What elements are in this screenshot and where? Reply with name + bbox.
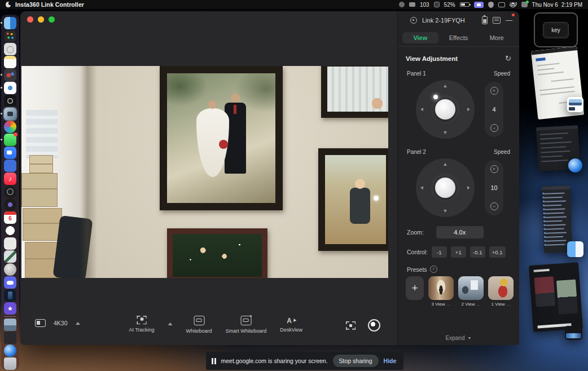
preset-item: 1 View… (488, 276, 514, 307)
dock-icon-photos[interactable] (4, 224, 16, 237)
dock-icon-knob-app[interactable] (4, 263, 16, 276)
top-right-photo-frame (321, 66, 388, 118)
pip-icon[interactable] (35, 319, 46, 327)
dock-icon-messages[interactable] (4, 134, 16, 146)
joystick-right-arrow-icon (467, 108, 470, 111)
tab-more[interactable]: More (479, 32, 515, 43)
status-green-dot-icon[interactable] (521, 2, 528, 7)
dock-icon-device-app[interactable] (4, 289, 16, 302)
deskview-button[interactable]: A DeskView (280, 316, 302, 333)
status-shield-icon[interactable] (488, 2, 494, 8)
status-lock-icon[interactable] (434, 2, 440, 7)
resolution-chevron-up-icon[interactable] (76, 320, 80, 325)
control-minus-0-1-button[interactable]: -0.1 (470, 246, 485, 258)
dock-icon-white-app[interactable] (4, 237, 16, 250)
control-plus-0-1-button[interactable]: +0.1 (489, 246, 506, 258)
camera-video-feed (21, 66, 388, 278)
dock-icon-wave-app[interactable] (4, 43, 16, 55)
zoom-window-button[interactable] (49, 16, 55, 23)
dock-icon-launchpad[interactable] (4, 30, 16, 42)
ai-tracking-chevron-up-icon[interactable] (168, 320, 173, 325)
more-menu-icon[interactable]: — (506, 16, 512, 24)
dock-icon-photo-booth[interactable] (4, 69, 16, 81)
preset-more-icon[interactable]: … (476, 302, 480, 307)
window-preview-news[interactable] (529, 262, 583, 332)
speed-increase-icon[interactable]: + (490, 165, 498, 173)
menubar-app-name[interactable]: Insta360 Link Controller (15, 1, 84, 8)
ai-tracking-icon (137, 316, 147, 324)
speed-decrease-icon[interactable]: − (490, 202, 498, 210)
dock-icon-insta360-link-controller[interactable] (4, 108, 16, 120)
dock-icon-chrome[interactable] (4, 82, 16, 94)
dock-icon-calendar[interactable]: 6 (4, 211, 16, 224)
dock-icon-discord[interactable] (4, 276, 16, 289)
add-preset-button[interactable]: + (406, 276, 424, 300)
panel1-label: Panel 1 (407, 70, 426, 77)
apple-menu-icon[interactable] (6, 2, 11, 7)
smart-whiteboard-button[interactable]: ✦ Smart Whiteboard (226, 316, 267, 334)
dock-minimized-dark-window[interactable] (4, 332, 16, 344)
preset-2-thumbnail[interactable] (458, 276, 484, 300)
preview-app-icon-blue[interactable] (568, 158, 582, 173)
wifi-icon[interactable] (510, 2, 517, 7)
dock-icon-zoom[interactable] (4, 147, 16, 159)
preset-more-icon[interactable]: … (506, 302, 510, 307)
control-minus-1-button[interactable]: -1 (432, 246, 447, 258)
dock-icon-color-circle-app[interactable] (4, 198, 16, 211)
joystick-right-arrow-icon (467, 186, 470, 189)
menubar-clock[interactable]: Thu Nov 6 2:19 PM (532, 2, 582, 8)
panel1-joystick-pad[interactable] (416, 80, 475, 139)
dock-icon-dark-ring-app[interactable] (4, 186, 16, 198)
screen-recording-indicator-icon[interactable] (474, 2, 484, 8)
minimize-window-button[interactable] (38, 16, 44, 23)
speed-decrease-icon[interactable]: − (490, 124, 498, 132)
term-line (540, 142, 571, 144)
status-display-icon[interactable] (498, 2, 505, 7)
record-button[interactable] (368, 319, 380, 332)
tab-view[interactable]: View (402, 32, 438, 43)
hide-banner-link[interactable]: Hide (384, 357, 397, 364)
preset-more-icon[interactable]: … (446, 302, 450, 307)
panel2-speed-label: Speed (494, 149, 510, 155)
switch-camera-icon[interactable] (493, 17, 501, 24)
resolution-selector[interactable]: 4K30 (54, 320, 68, 326)
finder-icon[interactable] (567, 241, 583, 257)
dock-icon-blue-app[interactable] (4, 160, 16, 172)
panel1-joystick-knob[interactable] (435, 99, 455, 120)
dock-icon-finder[interactable] (4, 17, 16, 29)
dock-icon-pinwheel-app[interactable] (4, 121, 16, 133)
ai-tracking-button[interactable]: AI Tracking (129, 316, 155, 333)
zoom-value[interactable]: 4.0x (436, 226, 484, 238)
dock-minimized-blue-app[interactable] (4, 344, 16, 357)
dock-icon-hammer-app[interactable] (4, 250, 16, 263)
close-window-button[interactable] (27, 16, 33, 23)
status-circle-icon[interactable] (399, 2, 405, 7)
presets-info-icon[interactable]: ? (430, 266, 437, 273)
preview-app-icon-dark[interactable] (565, 326, 582, 340)
device-badge-icon[interactable] (409, 2, 415, 7)
speed-increase-icon[interactable]: + (490, 87, 498, 95)
expand-button[interactable]: Expand ▼ (398, 332, 519, 345)
dock-icon-music[interactable]: ♪ (4, 173, 16, 185)
reset-icon[interactable]: ↻ (505, 54, 511, 63)
doc-line (539, 86, 574, 91)
frame-lock-icon[interactable] (346, 321, 356, 330)
whiteboard-button[interactable]: Whiteboard (186, 316, 212, 334)
panel2-joystick-pad[interactable] (416, 158, 475, 217)
panel2-label-row: Panel 2 Speed (398, 139, 519, 157)
battery-icon[interactable] (460, 2, 469, 7)
dock-icon-trash[interactable] (4, 357, 16, 370)
dock-minimized-photo-window[interactable] (4, 319, 16, 331)
dock-icon-notes[interactable] (4, 56, 16, 68)
panel2-joystick-knob[interactable] (435, 178, 455, 198)
control-plus-1-button[interactable]: +1 (451, 246, 466, 258)
dock-icon-gear-app[interactable] (4, 95, 16, 107)
preset-2-label: 2 View (462, 302, 475, 307)
tab-effects[interactable]: Effects (441, 32, 477, 43)
preset-3-thumbnail[interactable] (428, 276, 454, 300)
control-label: Control: (407, 249, 428, 255)
preview-app-icon-pictures[interactable] (567, 97, 583, 112)
preset-1-thumbnail[interactable] (488, 276, 514, 300)
stop-sharing-button[interactable]: Stop sharing (333, 355, 379, 367)
dock-icon-star-app[interactable]: ★ (4, 302, 16, 315)
